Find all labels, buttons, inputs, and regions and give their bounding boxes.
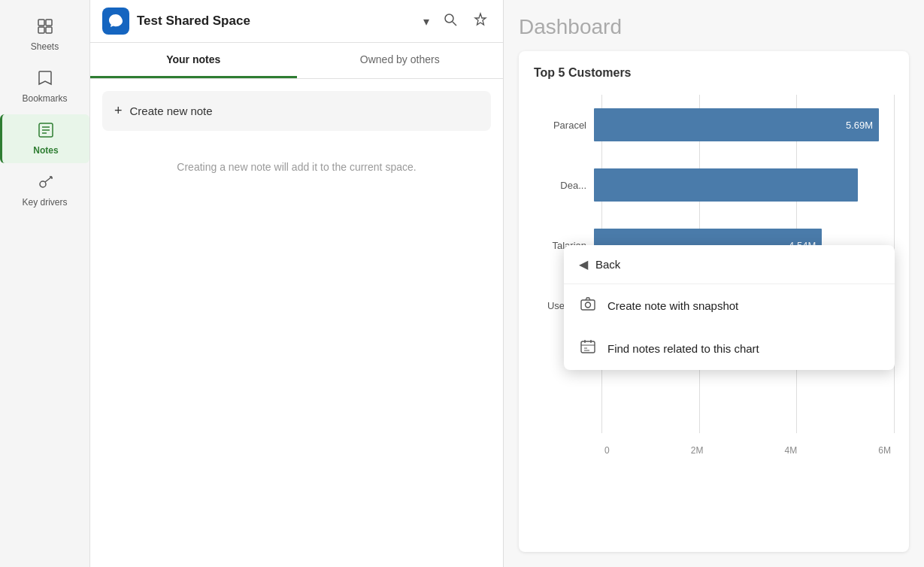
x-axis: 0 2M 4M 6M xyxy=(601,438,894,456)
tabs: Your notes Owned by others xyxy=(90,43,503,79)
bookmarks-icon xyxy=(38,70,53,90)
plus-icon: + xyxy=(114,103,123,119)
x-label-0: 0 xyxy=(604,445,610,456)
context-menu-back[interactable]: ◀ Back xyxy=(564,245,895,284)
dashboard-title: Dashboard xyxy=(519,15,909,39)
svg-rect-14 xyxy=(581,300,595,310)
context-menu-item-create-snapshot[interactable]: Create note with snapshot xyxy=(564,284,895,327)
space-dropdown-button[interactable]: ▾ xyxy=(420,13,432,30)
chart-title: Top 5 Customers xyxy=(534,66,894,80)
tab-your-notes[interactable]: Your notes xyxy=(90,43,297,78)
svg-line-13 xyxy=(453,22,456,26)
sidebar-item-sheets-label: Sheets xyxy=(31,41,59,52)
sidebar-item-sheets[interactable]: Sheets xyxy=(0,11,89,59)
bar-value-paracel: 5.69M xyxy=(846,120,873,131)
create-snapshot-label: Create note with snapshot xyxy=(607,299,738,312)
empty-hint: Creating a new note will add it to the c… xyxy=(90,161,503,173)
search-button[interactable] xyxy=(440,9,461,34)
chart-card: Top 5 Customers Paracel 5.69M Dea. xyxy=(519,51,909,552)
back-label: Back xyxy=(595,258,620,271)
bar-container-paracel: 5.69M xyxy=(594,106,894,144)
notes-header: Test Shared Space ▾ xyxy=(90,0,503,43)
svg-rect-16 xyxy=(581,341,595,353)
bar-row-paracel: Paracel 5.69M xyxy=(534,95,894,155)
bar-label-paracel: Paracel xyxy=(534,120,594,131)
sheets-icon xyxy=(37,18,53,38)
bar-row-deal: Dea... xyxy=(534,155,894,215)
sidebar-item-key-drivers-label: Key drivers xyxy=(22,197,67,208)
x-label-6m: 6M xyxy=(878,445,891,456)
bar-container-deal xyxy=(594,166,894,204)
context-menu: ◀ Back Create note with snapshot xyxy=(564,245,895,370)
svg-rect-3 xyxy=(46,27,52,33)
sidebar-item-notes[interactable]: Notes xyxy=(0,114,89,163)
create-note-label: Create new note xyxy=(130,105,213,117)
sidebar-item-bookmarks-label: Bookmarks xyxy=(22,93,67,104)
svg-rect-0 xyxy=(38,20,44,26)
svg-point-12 xyxy=(445,14,453,23)
sidebar-item-notes-label: Notes xyxy=(33,145,58,156)
svg-rect-2 xyxy=(38,27,44,33)
back-arrow-icon: ◀ xyxy=(579,257,588,271)
create-note-button[interactable]: + Create new note xyxy=(102,91,491,131)
notes-icon xyxy=(38,122,54,142)
space-title: Test Shared Space xyxy=(137,14,413,29)
svg-rect-1 xyxy=(46,20,52,26)
find-related-label: Find notes related to this chart xyxy=(607,342,759,355)
tab-owned-by-others[interactable]: Owned by others xyxy=(297,43,504,78)
calendar-notes-icon xyxy=(579,339,597,358)
x-label-2m: 2M xyxy=(691,445,704,456)
camera-icon xyxy=(579,296,597,315)
x-label-4m: 4M xyxy=(785,445,798,456)
header-actions xyxy=(440,9,491,34)
svg-point-8 xyxy=(40,181,46,187)
bar-paracel: 5.69M xyxy=(594,108,879,141)
svg-line-9 xyxy=(45,177,52,182)
pin-button[interactable] xyxy=(470,9,491,34)
sidebar: Sheets Bookmarks Notes xyxy=(0,0,90,567)
bar-deal xyxy=(594,168,858,202)
svg-point-15 xyxy=(586,302,591,308)
space-icon xyxy=(102,8,129,35)
sidebar-item-key-drivers[interactable]: Key drivers xyxy=(0,166,89,215)
notes-panel: Test Shared Space ▾ Your notes Owned by … xyxy=(90,0,504,567)
dashboard-area: Dashboard Top 5 Customers Paracel 5.69M xyxy=(504,0,924,567)
bar-label-deal: Dea... xyxy=(534,180,594,191)
context-menu-item-find-related[interactable]: Find notes related to this chart xyxy=(564,327,895,370)
key-drivers-icon xyxy=(37,174,53,194)
sidebar-item-bookmarks[interactable]: Bookmarks xyxy=(0,62,89,111)
